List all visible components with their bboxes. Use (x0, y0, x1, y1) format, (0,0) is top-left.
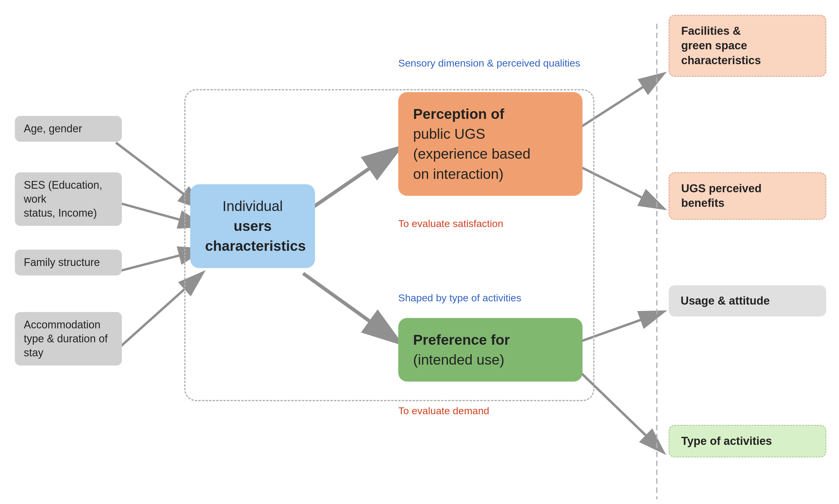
svg-line-7 (579, 74, 663, 128)
preference-evaluate-label: To evaluate demand (398, 404, 489, 417)
ugs-benefits-text: UGS perceivedbenefits (681, 182, 762, 209)
activities-label: Shaped by type of activities (398, 291, 521, 304)
svg-line-6 (303, 273, 398, 342)
facilities-text: Facilities &green spacecharacteristics (681, 25, 761, 67)
svg-line-4 (116, 273, 202, 350)
svg-line-8 (579, 166, 663, 208)
char-box-age: Age, gender (15, 116, 122, 142)
perception-evaluate-label: To evaluate satisfaction (398, 217, 503, 230)
center-box: Individual userscharacteristics (190, 184, 315, 268)
svg-line-3 (116, 250, 202, 272)
ses-text: SES (Education, workstatus, Income) (24, 179, 102, 219)
preference-normal: (intended use) (413, 352, 504, 367)
svg-line-9 (579, 312, 663, 342)
perception-box: Perception of public UGS(experience base… (398, 92, 583, 196)
svg-line-10 (579, 372, 663, 452)
ugs-benefits-box: UGS perceivedbenefits (669, 173, 826, 220)
char-box-family: Family structure (15, 250, 122, 275)
center-text-bold: userscharacteristics (205, 218, 306, 254)
activities-text: Type of activities (681, 435, 772, 447)
age-gender-text: Age, gender (24, 122, 82, 134)
char-box-ses: SES (Education, workstatus, Income) (15, 173, 122, 226)
preference-eval-text: To evaluate demand (398, 405, 489, 416)
perception-bold: Perception of (413, 106, 504, 122)
activities-label-text: Shaped by type of activities (398, 292, 521, 303)
svg-line-1 (116, 143, 202, 208)
svg-line-5 (303, 149, 398, 214)
perception-normal: public UGS(experience basedon interactio… (413, 126, 531, 182)
activities-box: Type of activities (669, 425, 826, 457)
sensory-label: Sensory dimension & perceived qualities (398, 56, 580, 70)
usage-text: Usage & attitude (681, 294, 770, 307)
preference-bold: Preference for (413, 332, 510, 348)
usage-box: Usage & attitude (669, 285, 826, 317)
center-text-normal: Individual (222, 198, 283, 214)
preference-box: Preference for (intended use) (398, 318, 583, 382)
svg-line-2 (116, 202, 202, 226)
family-text: Family structure (24, 256, 100, 268)
accommodation-text: Accommodationtype & duration ofstay (24, 319, 108, 359)
facilities-box: Facilities &green spacecharacteristics (669, 15, 826, 77)
perception-eval-text: To evaluate satisfaction (398, 218, 503, 229)
sensory-label-text: Sensory dimension & perceived qualities (398, 57, 580, 69)
diagram-container: Age, gender SES (Education, workstatus, … (0, 0, 839, 504)
char-box-accommodation: Accommodationtype & duration ofstay (15, 312, 122, 365)
